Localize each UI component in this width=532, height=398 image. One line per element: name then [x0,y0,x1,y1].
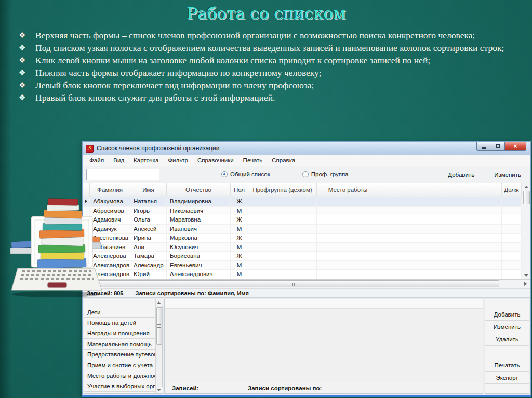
cell-patronymic: Александрович [167,270,231,279]
category-elected-bodies[interactable]: Участие в выборных органах [84,381,155,392]
maximize-icon [496,144,500,148]
window-titlebar[interactable]: ☭ Список членов профсоюзной организации … [83,142,530,155]
column-header-position[interactable]: Долж [502,183,522,197]
column-header-sex[interactable]: Пол [231,183,248,197]
table-grid: Фамилия Имя Отчество Пол Профгруппа (цех… [83,183,522,279]
menu-directories[interactable]: Справочники [193,155,238,166]
vertical-scrollbar[interactable] [522,183,530,279]
bullet-text: Правый блок кнопок служит для работы с э… [35,92,516,104]
category-scroll-thumb[interactable] [156,307,162,345]
search-input[interactable] [86,169,159,180]
table-row[interactable]: Адамчук Алексей Иванович М [83,225,522,234]
bullet-text: Клик левой кнопки мыши на заголовке любо… [35,54,516,66]
edit-button[interactable]: Изменить [485,321,529,333]
menu-view[interactable]: Вид [109,155,129,166]
menu-help[interactable]: Справка [267,155,300,166]
toolbar: Общий список Проф. группа Добавить Измен… [83,166,530,183]
detail-status-bar: Записей: Записи сортированы по: [165,382,483,393]
close-button[interactable]: × [504,142,526,151]
table-row[interactable]: Александров Александр Евгеньевич М [83,261,522,270]
table-row[interactable]: Адамович Ольга Маратовна Ж [83,215,522,225]
category-empty-item[interactable] [84,299,155,307]
scroll-up-button[interactable] [156,299,163,306]
detail-sort-label: Записи сортированы по: [248,385,322,391]
add-button[interactable]: Добавить [485,308,529,321]
cell-patronymic: Марковна [167,234,231,242]
category-material-aid[interactable]: Материальная помощь [84,339,155,349]
radio-button-icon [221,171,228,177]
cell-name: Юрий [130,270,167,279]
minimize-button[interactable] [476,142,491,151]
bullet-item: ❖ Нижняя часть формы отображает информац… [19,67,516,79]
cell-name: Тамара [130,252,167,260]
vertical-scroll-thumb[interactable] [523,191,530,204]
scroll-right-button[interactable] [522,280,529,288]
cell-sex: Ж [231,234,248,242]
menu-print[interactable]: Печать [238,155,268,166]
diamond-bullet-icon: ❖ [19,92,35,104]
bullet-text: Левый блок кнопок переключает вид информ… [35,79,516,91]
export-button[interactable]: Экспорт [485,372,529,384]
category-panel: Дети Помощь на детей Награды и поощрения… [84,299,163,394]
cell-patronymic: Юсупович [167,243,231,252]
category-child-aid[interactable]: Помощь на детей [84,318,155,328]
bullet-text: Верхняя часть формы – список членов проф… [35,30,516,42]
column-header-patronymic[interactable]: Отчество [167,183,231,197]
menu-card[interactable]: Карточка [129,155,163,166]
column-header-profgroup[interactable]: Профгруппа (цехком) [248,183,317,197]
scroll-down-button[interactable] [156,387,163,393]
action-spacer [485,346,529,359]
cell-name: Али [130,243,167,252]
arrow-down-icon [524,274,528,277]
table-row[interactable]: Александров Юрий Александрович М [83,270,522,279]
menu-filter[interactable]: Фильтр [163,155,193,166]
arrow-down-icon [157,389,161,391]
cell-name: Наталья [130,197,167,206]
bullet-item: ❖ Правый блок кнопок служит для работы с… [19,92,516,104]
cell-patronymic: Николаевич [167,207,231,215]
action-panel: Добавить Изменить Удалить Печатать Экспо… [485,299,529,394]
category-children[interactable]: Дети [84,307,155,318]
column-header-workplace[interactable]: Место работы [317,183,379,197]
category-awards[interactable]: Награды и поощрения [84,328,155,339]
cell-sex: М [231,270,248,279]
table-row[interactable]: Абакумова Наталья Владимировна Ж [83,197,522,207]
action-spacer [485,299,529,308]
arrow-right-icon [524,282,527,286]
toolbar-edit-button[interactable]: Изменить [494,172,521,178]
table-row[interactable]: Аксененкова Ирина Марковна Ж [83,234,522,243]
diamond-bullet-icon: ❖ [19,67,35,79]
category-workplace[interactable]: Место работы и должности [84,370,155,381]
table-row[interactable]: Алекперова Тамара Борисовна Ж [83,252,522,261]
menu-file[interactable]: Файл [85,155,109,166]
bullet-item: ❖ Левый блок кнопок переключает вид инфо… [19,79,516,91]
radio-general-list[interactable]: Общий список [221,171,270,177]
column-header-name[interactable]: Имя [130,183,167,197]
category-vouchers[interactable]: Предоставление путевок [84,350,155,360]
window-title: Список членов профсоюзной организации [97,145,219,152]
table-row[interactable]: Албагачиев Али Юсупович М [83,243,522,252]
arrow-up-icon [157,301,161,304]
toolbar-add-button[interactable]: Добавить [448,172,474,178]
horizontal-scrollbar[interactable] [83,280,530,289]
cell-sex: М [231,261,248,270]
category-registration[interactable]: Прием и снятие с учета [84,360,155,370]
cell-sex: М [231,207,248,215]
print-button[interactable]: Печатать [485,359,529,372]
horizontal-scroll-thumb[interactable] [86,280,499,287]
category-scrollbar[interactable] [155,299,162,393]
cell-sex: М [231,243,248,252]
maximize-button[interactable] [491,142,505,151]
diamond-bullet-icon: ❖ [19,30,35,42]
scroll-up-button[interactable] [523,183,530,191]
scroll-down-button[interactable] [523,271,530,279]
cell-profgroup [248,197,317,206]
bullet-text: Под списком узкая полоска с отображением… [35,42,516,54]
table-row[interactable]: Абросимов Игорь Николаевич М [83,207,522,216]
radio-group-label: Проф. группа [311,171,349,177]
radio-prof-group[interactable]: Проф. группа [302,171,349,177]
bullet-text: Нижняя часть формы отображает информацию… [35,67,516,79]
close-icon: × [513,143,517,150]
cell-sex: Ж [231,252,248,260]
delete-button[interactable]: Удалить [485,333,529,346]
